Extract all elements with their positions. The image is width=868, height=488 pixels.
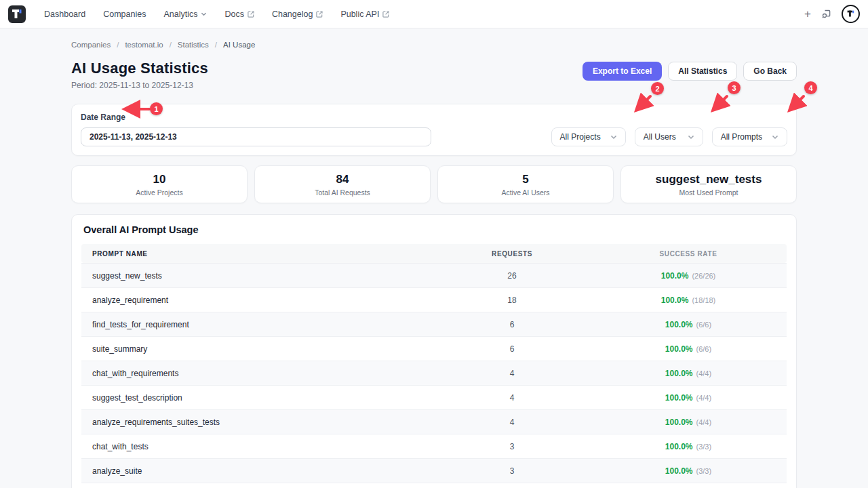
annotation-badge-3: 3 [728, 81, 741, 94]
success-detail: (4/4) [696, 418, 712, 426]
export-to-excel-button[interactable]: Export to Excel [583, 62, 662, 81]
success-detail: (4/4) [696, 369, 712, 378]
success-rate: 100.0% [665, 344, 693, 354]
table-row[interactable]: suggest_test_description 4 100.0%(4/4) [81, 385, 787, 409]
nav-item-dashboard[interactable]: Dashboard [35, 0, 94, 28]
breadcrumb: Companies / testomat.io / Statistics / A… [71, 41, 797, 49]
date-range-input[interactable] [81, 127, 431, 146]
success-detail: (26/26) [692, 272, 715, 280]
success-rate: 100.0% [661, 271, 689, 281]
table-row[interactable]: analyze_requirements_suites_tests 4 100.… [81, 409, 787, 434]
success-rate: 100.0% [665, 320, 693, 329]
table-row[interactable]: find_tests_for_requirement 6 100.0%(6/6) [81, 312, 787, 336]
annotation-badge-1: 1 [150, 102, 163, 115]
nav-item-analytics[interactable]: Analytics [155, 0, 216, 28]
plus-icon[interactable]: + [804, 8, 811, 20]
success-rate: 100.0% [665, 466, 693, 476]
chevron-down-icon [201, 11, 207, 17]
stat-card-total-requests: 84 Total AI Requests [254, 165, 431, 203]
period-text: Period: 2025-11-13 to 2025-12-13 [71, 81, 208, 90]
nav-item-public-api[interactable]: Public API [332, 0, 398, 28]
prompts-dropdown[interactable]: All Prompts [712, 127, 787, 146]
stat-value: 5 [442, 173, 609, 186]
all-statistics-button[interactable]: All Statistics [668, 62, 737, 81]
stat-value: suggest_new_tests [625, 173, 792, 186]
app-logo-icon[interactable] [8, 5, 26, 23]
success-rate: 100.0% [665, 393, 693, 403]
page-title: AI Usage Statistics [71, 60, 208, 77]
user-avatar[interactable] [842, 5, 860, 23]
search-doc-icon[interactable] [821, 9, 831, 19]
external-link-icon [248, 11, 254, 18]
chevron-down-icon [772, 134, 778, 140]
table-row[interactable]: suggest_new_tests 26 100.0%(26/26) [81, 263, 787, 287]
chevron-down-icon [688, 134, 694, 140]
breadcrumb-separator: / [215, 41, 217, 49]
table-row[interactable]: suite_summary 6 100.0%(6/6) [81, 336, 787, 361]
table-row[interactable]: analyze_requirement 18 100.0%(18/18) [81, 287, 787, 312]
stat-card-active-users: 5 Active AI Users [437, 165, 614, 203]
projects-dropdown[interactable]: All Projects [551, 127, 626, 146]
stat-label: Active AI Users [442, 188, 609, 197]
col-header-requests: REQUESTS [434, 250, 590, 258]
external-link-icon [316, 11, 323, 18]
success-rate: 100.0% [661, 296, 689, 305]
table-row[interactable]: chat_with_requirements 4 100.0%(4/4) [81, 361, 787, 385]
success-detail: (18/18) [692, 296, 715, 304]
page-title-block: AI Usage Statistics Period: 2025-11-13 t… [71, 60, 208, 90]
col-header-prompt-name: PROMPT NAME [81, 250, 434, 258]
annotation-badge-2: 2 [651, 82, 664, 95]
success-detail: (4/4) [696, 394, 712, 402]
page-content: Companies / testomat.io / Statistics / A… [71, 28, 797, 488]
stat-label: Total AI Requests [259, 188, 426, 197]
prompt-usage-card: Overall AI Prompt Usage PROMPT NAME REQU… [71, 214, 797, 488]
success-rate: 100.0% [665, 442, 693, 451]
table-title: Overall AI Prompt Usage [83, 224, 785, 235]
go-back-button[interactable]: Go Back [743, 62, 797, 81]
stat-card-most-used-prompt: suggest_new_tests Most Used Prompt [620, 165, 797, 203]
annotation-badge-4: 4 [804, 81, 817, 94]
success-rate: 100.0% [665, 369, 693, 378]
header-actions: Export to Excel All Statistics Go Back [583, 62, 797, 81]
filters-card: Date Range All Projects All Users All Pr… [71, 104, 797, 156]
nav-item-changelog[interactable]: Changelog [263, 0, 332, 28]
date-range-label: Date Range [81, 113, 431, 122]
breadcrumb-companies[interactable]: Companies [71, 41, 111, 49]
users-dropdown[interactable]: All Users [635, 127, 703, 146]
table-row[interactable]: analyze_suite 3 100.0%(3/3) [81, 458, 787, 483]
success-detail: (6/6) [696, 345, 712, 353]
breadcrumb-statistics[interactable]: Statistics [178, 41, 209, 49]
stat-value: 10 [76, 173, 243, 186]
nav-item-companies[interactable]: Companies [94, 0, 155, 28]
success-rate: 100.0% [665, 418, 693, 427]
breadcrumb-company[interactable]: testomat.io [125, 41, 163, 49]
breadcrumb-separator: / [170, 41, 172, 49]
filter-dropdowns: All Projects All Users All Prompts [551, 127, 787, 146]
success-detail: (3/3) [696, 443, 712, 451]
success-detail: (3/3) [696, 467, 712, 475]
breadcrumb-separator: / [117, 41, 119, 49]
stat-label: Most Used Prompt [625, 188, 792, 197]
stat-label: Active Projects [76, 188, 243, 197]
chevron-down-icon [610, 134, 617, 140]
stat-card-active-projects: 10 Active Projects [71, 165, 248, 203]
top-nav-right: + [804, 5, 860, 23]
table-row[interactable]: chat_with_tests 3 100.0%(3/3) [81, 434, 787, 458]
success-detail: (6/6) [696, 321, 712, 329]
table-row[interactable]: project_runs_status 2 100.0%(2/2) [81, 483, 787, 488]
stat-value: 84 [259, 173, 426, 186]
date-range-group: Date Range [81, 113, 431, 146]
col-header-success-rate: SUCCESS RATE [590, 250, 787, 258]
stats-row: 10 Active Projects 84 Total AI Requests … [71, 165, 797, 203]
top-nav: Dashboard Companies Analytics Docs Chang… [0, 0, 868, 28]
page-header: AI Usage Statistics Period: 2025-11-13 t… [71, 60, 797, 90]
nav-item-docs[interactable]: Docs [216, 0, 262, 28]
breadcrumb-ai-usage: AI Usage [223, 41, 255, 49]
table-header-row: PROMPT NAME REQUESTS SUCCESS RATE [81, 244, 787, 263]
main-nav: Dashboard Companies Analytics Docs Chang… [35, 0, 398, 28]
external-link-icon [382, 11, 389, 18]
